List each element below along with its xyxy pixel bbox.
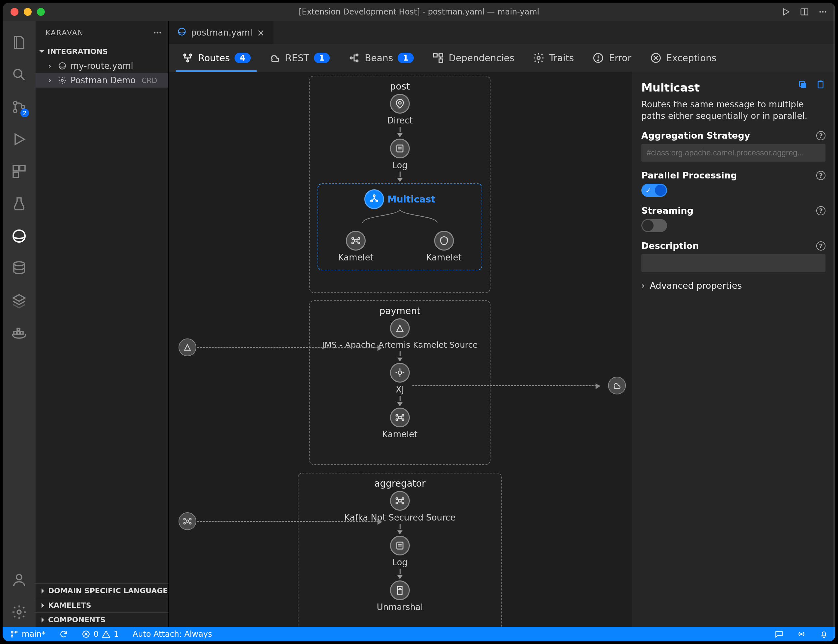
status-auto-attach[interactable]: Auto Attach: Always [130, 629, 215, 639]
window-controls[interactable] [10, 8, 45, 16]
source-control-icon[interactable]: 2 [3, 92, 36, 122]
svg-point-8 [13, 109, 17, 113]
sidebar: KARAVAN INTEGRATIONS › my-route.yaml [36, 21, 169, 627]
gear-icon [57, 76, 67, 85]
settings-gear-icon[interactable] [3, 597, 36, 627]
sidebar-item-postman-demo[interactable]: › Postman Demo CRD [36, 73, 168, 87]
ktab-error[interactable]: Error [592, 44, 631, 72]
ktab-badge: 4 [235, 53, 251, 63]
database-icon[interactable] [3, 253, 36, 283]
ktab-dependencies[interactable]: Dependencies [432, 44, 514, 72]
help-icon[interactable]: ? [816, 242, 825, 251]
svg-point-49 [376, 200, 377, 202]
warning-triangle-icon [102, 630, 110, 638]
more-horizontal-icon[interactable] [153, 28, 162, 38]
help-icon[interactable]: ? [816, 206, 825, 215]
advanced-properties-toggle[interactable]: › Advanced properties [641, 281, 825, 291]
scrollbar[interactable] [833, 72, 835, 627]
node-label: Kamelet [382, 429, 417, 439]
search-icon[interactable] [3, 60, 36, 90]
ktab-label: Dependencies [449, 53, 514, 64]
zoom-window-icon[interactable] [37, 8, 45, 16]
more-icon[interactable] [818, 7, 828, 16]
tab-postman-yaml[interactable]: postman.yaml × [169, 21, 273, 44]
run-play-icon[interactable] [781, 7, 790, 16]
route-payment[interactable]: payment JMS - Apache Artemis Kamelet Sou… [309, 300, 491, 465]
external-ref-icon[interactable] [608, 377, 626, 394]
node-label: Unmarshal [377, 602, 423, 612]
sidebar-item-my-route[interactable]: › my-route.yaml [36, 59, 168, 73]
testing-icon[interactable] [3, 189, 36, 219]
status-broadcast[interactable] [795, 630, 808, 638]
help-icon[interactable]: ? [816, 131, 825, 140]
help-icon[interactable]: ? [816, 171, 825, 180]
node-unmarshal[interactable]: Unmarshal [377, 580, 423, 612]
svg-point-59 [396, 419, 398, 421]
section-label: COMPONENTS [48, 616, 105, 624]
svg-point-64 [396, 502, 398, 504]
error-icon [592, 52, 604, 64]
svg-rect-76 [818, 81, 823, 88]
ktab-routes[interactable]: Routes 4 [182, 44, 251, 72]
ktab-exceptions[interactable]: Exceptions [650, 44, 716, 72]
node-kafka-source[interactable]: Kafka Not Secured Source [344, 491, 456, 522]
accounts-icon[interactable] [3, 565, 36, 595]
copy-icon[interactable] [798, 80, 808, 90]
svg-rect-11 [20, 166, 25, 171]
status-problems[interactable]: 0 1 [79, 629, 122, 639]
aggregation-strategy-input[interactable] [641, 144, 825, 162]
svg-rect-18 [17, 328, 20, 331]
section-components[interactable]: COMPONENTS [36, 613, 168, 627]
chevron-right-icon: › [46, 76, 54, 85]
route-canvas[interactable]: post Direct Log [169, 72, 631, 627]
node-log[interactable]: Log [390, 139, 410, 170]
node-agg-log[interactable]: Log [390, 536, 410, 567]
svg-point-13 [13, 230, 25, 242]
editor-tabs: postman.yaml × [169, 21, 835, 44]
section-integrations[interactable]: INTEGRATIONS [36, 44, 168, 59]
explorer-icon[interactable] [3, 28, 36, 57]
route-aggregator[interactable]: aggregator Kafka Not Secured Source Log [298, 473, 502, 627]
svg-point-27 [184, 54, 186, 56]
karavan-icon[interactable] [3, 221, 36, 251]
external-ref-icon[interactable] [179, 338, 196, 356]
ktab-beans[interactable]: Beans 1 [348, 44, 414, 72]
node-kamelet-b[interactable]: Kamelet [426, 231, 461, 263]
close-icon[interactable]: × [257, 27, 265, 38]
traits-gear-icon [533, 52, 545, 64]
layers-icon[interactable] [3, 286, 36, 315]
split-editor-icon[interactable] [800, 7, 809, 16]
status-sync[interactable] [57, 630, 71, 638]
ktab-rest[interactable]: REST 1 [269, 44, 330, 72]
dependencies-icon [432, 52, 444, 64]
error-circle-icon [82, 630, 90, 638]
docker-icon[interactable] [3, 318, 36, 348]
description-input[interactable] [641, 254, 825, 272]
node-xj[interactable]: XJ [390, 363, 410, 394]
status-branch[interactable]: main* [7, 629, 48, 639]
section-kamelets[interactable]: KAMELETS [36, 598, 168, 613]
minimize-window-icon[interactable] [24, 8, 31, 16]
section-dsl[interactable]: DOMAIN SPECIFIC LANGUAGE [36, 583, 168, 598]
node-payment-kamelet[interactable]: Kamelet [382, 407, 417, 439]
parallel-processing-toggle[interactable] [641, 184, 667, 197]
ktab-traits[interactable]: Traits [533, 44, 574, 72]
close-window-icon[interactable] [10, 8, 18, 16]
paste-icon[interactable] [816, 80, 825, 90]
status-feedback[interactable] [772, 630, 786, 638]
svg-rect-77 [819, 80, 822, 82]
ktab-label: Error [609, 53, 631, 64]
route-post[interactable]: post Direct Log [309, 76, 491, 293]
svg-point-72 [184, 522, 186, 524]
status-notifications[interactable] [817, 630, 831, 638]
sidebar-title-row: KARAVAN [36, 21, 168, 44]
run-debug-icon[interactable] [3, 125, 36, 154]
node-kamelet-a[interactable]: Kamelet [338, 231, 374, 263]
streaming-toggle[interactable] [641, 219, 667, 232]
extensions-icon[interactable] [3, 157, 36, 186]
multicast-group[interactable]: Multicast Kamelet [318, 183, 482, 270]
external-ref-icon[interactable] [179, 512, 196, 530]
node-direct[interactable]: Direct [387, 94, 413, 125]
svg-line-6 [21, 76, 25, 80]
node-jms-source[interactable]: JMS - Apache Artemis Kamelet Source [322, 319, 478, 350]
